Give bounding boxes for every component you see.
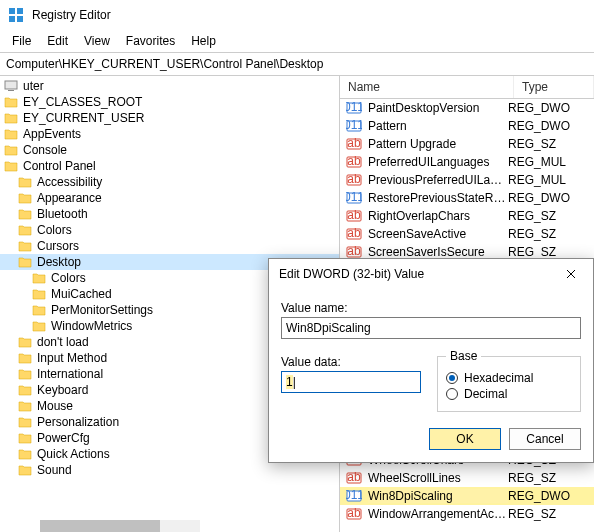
row-type: REG_SZ [508, 227, 588, 241]
menu-favorites[interactable]: Favorites [118, 32, 183, 50]
address-input[interactable] [4, 55, 590, 73]
row-name: ScreenSaveActive [368, 227, 508, 241]
list-row[interactable]: 011Win8DpiScalingREG_DWO [340, 487, 594, 505]
tree-horizontal-scrollbar[interactable] [40, 520, 200, 532]
dialog-title-text: Edit DWORD (32-bit) Value [279, 267, 424, 281]
value-name-input[interactable] [281, 317, 581, 339]
tree-item-label: don't load [37, 335, 89, 349]
svg-text:ab: ab [347, 154, 361, 168]
tree-item[interactable]: Console [0, 142, 339, 158]
tree-item[interactable]: Bluetooth [0, 206, 339, 222]
radio-hexadecimal[interactable]: Hexadecimal [446, 371, 572, 385]
tree-item[interactable]: EY_CLASSES_ROOT [0, 94, 339, 110]
row-type: REG_SZ [508, 137, 588, 151]
dialog-close-button[interactable] [559, 265, 583, 283]
list-row[interactable]: 011PaintDesktopVersionREG_DWO [340, 99, 594, 117]
tree-item[interactable]: Accessibility [0, 174, 339, 190]
ok-button[interactable]: OK [429, 428, 501, 450]
tree-item[interactable]: AppEvents [0, 126, 339, 142]
list-row[interactable]: 011PatternREG_DWO [340, 117, 594, 135]
cancel-button[interactable]: Cancel [509, 428, 581, 450]
radio-dec-label: Decimal [464, 387, 507, 401]
list-header: Name Type [340, 76, 594, 99]
folder-icon [4, 128, 18, 140]
tree-item-label: AppEvents [23, 127, 81, 141]
list-row[interactable]: abScreenSaveActiveREG_SZ [340, 225, 594, 243]
string-icon: ab [346, 470, 362, 486]
folder-icon [4, 144, 18, 156]
tree-item-label: International [37, 367, 103, 381]
row-name: PaintDesktopVersion [368, 101, 508, 115]
list-row[interactable]: 011RestorePreviousStateRecalcBe...REG_DW… [340, 189, 594, 207]
list-row[interactable]: abPattern UpgradeREG_SZ [340, 135, 594, 153]
tree-item-label: Sound [37, 463, 72, 477]
folder-icon [4, 112, 18, 124]
folder-icon [18, 432, 32, 444]
folder-icon [4, 96, 18, 108]
row-type: REG_DWO [508, 101, 588, 115]
col-type[interactable]: Type [514, 76, 594, 98]
folder-icon [18, 208, 32, 220]
svg-text:ab: ab [347, 172, 361, 186]
list-row[interactable]: abPreviousPreferredUILanguagesREG_MUL [340, 171, 594, 189]
row-name: RightOverlapChars [368, 209, 508, 223]
svg-text:ab: ab [347, 136, 361, 150]
tree-item[interactable]: Control Panel [0, 158, 339, 174]
menu-edit[interactable]: Edit [39, 32, 76, 50]
tree-item[interactable]: EY_CURRENT_USER [0, 110, 339, 126]
list-row[interactable]: abWheelScrollLinesREG_SZ [340, 469, 594, 487]
tree-item-label: EY_CLASSES_ROOT [23, 95, 142, 109]
tree-item[interactable]: Sound [0, 462, 339, 478]
folder-icon [18, 256, 32, 268]
svg-text:ab: ab [347, 470, 361, 484]
svg-text:011: 011 [346, 190, 362, 204]
row-name: RestorePreviousStateRecalcBe... [368, 191, 508, 205]
folder-icon [18, 176, 32, 188]
dword-icon: 011 [346, 118, 362, 134]
svg-rect-3 [17, 16, 23, 22]
tree-item-label: Colors [37, 223, 72, 237]
dword-icon: 011 [346, 190, 362, 206]
menu-file[interactable]: File [4, 32, 39, 50]
string-icon: ab [346, 506, 362, 522]
tree-item-label: Mouse [37, 399, 73, 413]
list-row[interactable]: abWindowArrangementActiveREG_SZ [340, 505, 594, 523]
svg-text:ab: ab [347, 226, 361, 240]
edit-dword-dialog: Edit DWORD (32-bit) Value Value name: Va… [268, 258, 594, 463]
folder-icon [18, 384, 32, 396]
tree-item[interactable]: Colors [0, 222, 339, 238]
tree-item-label: Appearance [37, 191, 102, 205]
value-data-input[interactable]: 1| [281, 371, 421, 393]
col-name[interactable]: Name [340, 76, 514, 98]
row-type: REG_DWO [508, 119, 588, 133]
tree-item[interactable]: Appearance [0, 190, 339, 206]
tree-item[interactable]: uter [0, 78, 339, 94]
menu-view[interactable]: View [76, 32, 118, 50]
row-type: REG_SZ [508, 471, 588, 485]
tree-item-label: PerMonitorSettings [51, 303, 153, 317]
radio-decimal[interactable]: Decimal [446, 387, 572, 401]
base-fieldset: Base Hexadecimal Decimal [437, 349, 581, 412]
folder-icon [18, 192, 32, 204]
tree-item[interactable]: Cursors [0, 238, 339, 254]
value-data-label: Value data: [281, 355, 425, 369]
list-row[interactable]: abPreferredUILanguagesREG_MUL [340, 153, 594, 171]
menu-help[interactable]: Help [183, 32, 224, 50]
row-name: PreviousPreferredUILanguages [368, 173, 508, 187]
svg-text:011: 011 [346, 118, 362, 132]
tree-item-label: Desktop [37, 255, 81, 269]
folder-icon [18, 400, 32, 412]
folder-icon [18, 448, 32, 460]
dialog-body: Value name: Value data: 1| Base Hexadeci… [269, 289, 593, 462]
svg-text:ab: ab [347, 506, 361, 520]
string-icon: ab [346, 172, 362, 188]
svg-rect-1 [17, 8, 23, 14]
tree-item-label: Control Panel [23, 159, 96, 173]
list-row[interactable]: abRightOverlapCharsREG_SZ [340, 207, 594, 225]
computer-icon [4, 80, 18, 92]
folder-icon [18, 224, 32, 236]
folder-icon [32, 304, 46, 316]
folder-icon [4, 160, 18, 172]
string-icon: ab [346, 208, 362, 224]
dword-icon: 011 [346, 100, 362, 116]
